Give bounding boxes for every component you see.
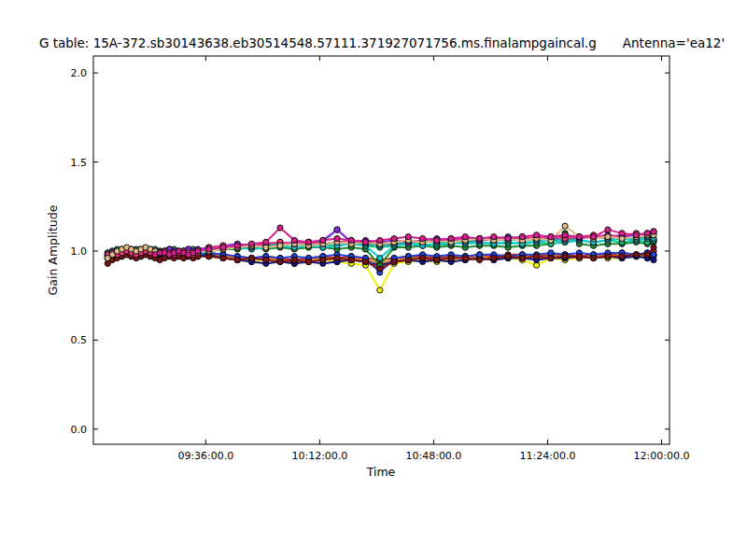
marker-wheat	[605, 234, 611, 240]
marker-darkred	[476, 257, 482, 262]
marker-darkred	[434, 257, 440, 262]
marker-magenta	[248, 241, 254, 246]
marker-darkred	[405, 257, 411, 262]
marker-magenta	[605, 227, 611, 232]
marker-magenta	[263, 239, 269, 245]
marker-darkred	[633, 252, 639, 258]
marker-magenta	[291, 237, 297, 243]
marker-magenta	[305, 239, 311, 245]
x-axis-label: Time	[367, 465, 396, 479]
marker-magenta	[476, 236, 482, 242]
y-tick-label: 1.0	[71, 245, 88, 258]
marker-magenta	[391, 236, 397, 242]
marker-magenta	[234, 243, 240, 248]
x-tick-label: 12:00:00.0	[634, 450, 690, 462]
marker-cyan	[377, 256, 383, 261]
marker-darkred	[491, 256, 497, 261]
marker-darkred	[591, 256, 597, 261]
marker-magenta	[562, 232, 568, 238]
marker-darkred	[220, 256, 226, 261]
marker-magenta	[505, 236, 511, 242]
marker-magenta	[448, 236, 454, 242]
marker-magenta	[519, 234, 525, 240]
marker-darkred	[291, 257, 297, 262]
marker-darkred	[248, 256, 254, 261]
marker-darkred	[320, 257, 326, 262]
marker-darkred	[391, 259, 397, 264]
marker-magenta	[334, 236, 340, 242]
marker-darkred	[334, 256, 340, 261]
marker-magenta	[434, 237, 440, 243]
marker-purple	[334, 227, 340, 232]
x-tick-label: 10:12:00.0	[291, 450, 347, 462]
marker-darkred	[519, 256, 525, 261]
marker-magenta	[462, 234, 468, 240]
marker-darkred	[234, 257, 240, 262]
marker-magenta	[633, 232, 639, 238]
marker-darkred	[420, 256, 426, 261]
y-tick-label: 0.5	[71, 334, 88, 346]
marker-darkred	[505, 254, 511, 259]
marker-magenta	[377, 237, 383, 243]
marker-darkred	[305, 259, 311, 264]
marker-magenta	[534, 232, 540, 238]
marker-darkred	[263, 257, 269, 262]
marker-darkred	[277, 259, 283, 264]
marker-yellow	[377, 287, 383, 293]
y-tick-label: 0.0	[71, 424, 88, 436]
marker-wheat	[277, 243, 283, 248]
marker-magenta	[576, 234, 582, 240]
x-tick-label: 10:48:00.0	[405, 450, 461, 462]
marker-magenta	[277, 225, 283, 231]
marker-darkred	[562, 254, 568, 259]
marker-darkred	[644, 252, 650, 258]
plot-figure: G table: 15A-372.sb30143638.eb30514548.5…	[0, 0, 747, 560]
marker-magenta	[591, 234, 597, 240]
marker-magenta	[206, 246, 212, 252]
marker-darkred	[619, 254, 625, 259]
marker-magenta	[362, 239, 368, 245]
marker-darkred	[605, 254, 611, 259]
marker-magenta	[491, 234, 497, 240]
marker-magenta	[548, 234, 554, 240]
marker-blue	[651, 252, 656, 258]
marker-magenta	[644, 231, 650, 236]
marker-darkred	[448, 256, 454, 261]
marker-magenta	[405, 234, 411, 240]
y-tick-label: 1.5	[71, 157, 88, 169]
marker-darkred	[548, 256, 554, 261]
marker-magenta	[195, 248, 201, 254]
marker-darkred	[377, 266, 383, 272]
marker-darkred	[348, 257, 354, 262]
x-tick-label: 11:24:00.0	[520, 450, 576, 462]
marker-magenta	[420, 236, 426, 242]
marker-darkred	[362, 259, 368, 264]
marker-wheat	[562, 223, 568, 229]
marker-magenta	[320, 237, 326, 243]
y-tick-label: 2.0	[71, 67, 88, 79]
marker-magenta	[348, 237, 354, 243]
marker-darkred	[534, 254, 540, 259]
marker-magenta	[220, 245, 226, 250]
marker-magenta	[619, 231, 625, 236]
marker-darkred	[462, 256, 468, 261]
y-axis-label: Gain Amplitude	[46, 205, 60, 296]
marker-darkred	[576, 254, 582, 259]
marker-darkred	[651, 245, 656, 250]
x-tick-label: 09:36:00.0	[177, 450, 233, 462]
marker-magenta	[651, 229, 656, 234]
